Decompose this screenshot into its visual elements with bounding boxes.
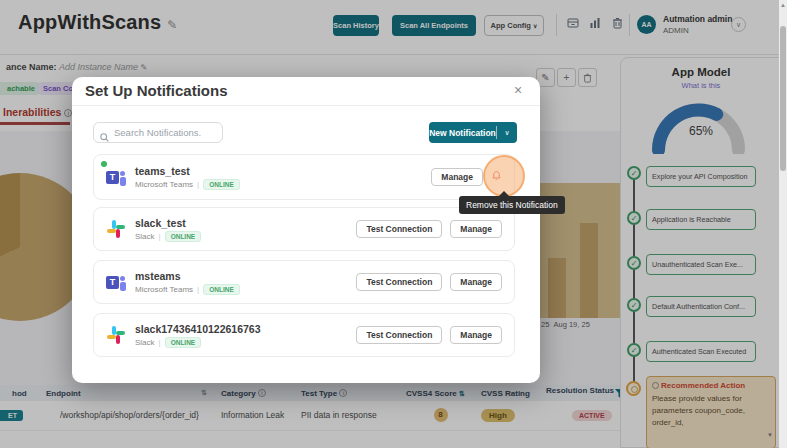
notification-card: slack_test Slack|ONLINE Test Connection …: [93, 207, 515, 251]
manage-button[interactable]: Manage: [431, 168, 483, 186]
chevron-down-icon[interactable]: ∨: [497, 129, 517, 137]
microsoft-teams-icon: [106, 272, 126, 292]
app-window: AppWithScans✎ Scan History Scan All Endp…: [0, 0, 787, 448]
remove-notification-tooltip: Remove this Notification: [459, 196, 565, 214]
manage-button[interactable]: Manage: [450, 220, 502, 238]
notification-card: teams_test Microsoft Teams|ONLINE Manage: [93, 154, 515, 200]
divider: [72, 105, 540, 106]
notification-name: msteams: [135, 270, 240, 282]
notification-card: slack17436410122616763 Slack|ONLINE Test…: [93, 313, 515, 357]
microsoft-teams-icon: [106, 167, 126, 187]
notification-name: teams_test: [135, 165, 240, 177]
status-badge: ONLINE: [165, 337, 202, 348]
test-connection-button[interactable]: Test Connection: [356, 220, 442, 238]
scroll-up-icon[interactable]: ▲: [780, 2, 786, 8]
notification-name: slack_test: [135, 217, 201, 229]
manage-button[interactable]: Manage: [450, 326, 502, 344]
status-badge: ONLINE: [203, 284, 240, 295]
notification-name: slack17436410122616763: [135, 323, 261, 335]
search-notifications-box: [93, 122, 223, 143]
platform-label: Microsoft Teams: [135, 285, 193, 294]
modal-title: Set Up Notifications: [85, 82, 228, 99]
manage-button[interactable]: Manage: [450, 273, 502, 291]
test-connection-button[interactable]: Test Connection: [356, 273, 442, 291]
setup-notifications-modal: Set Up Notifications × New Notification …: [72, 77, 540, 383]
new-notification-button[interactable]: New Notification ∨: [429, 122, 517, 143]
page-scrollbar[interactable]: ▲: [779, 0, 787, 448]
platform-label: Slack: [135, 232, 155, 241]
notification-card: msteams Microsoft Teams|ONLINE Test Conn…: [93, 260, 515, 304]
status-badge: ONLINE: [165, 231, 202, 242]
new-notification-label: New Notification: [429, 128, 496, 138]
scrollbar-thumb[interactable]: [780, 26, 786, 171]
close-icon[interactable]: ×: [508, 80, 528, 100]
test-connection-button[interactable]: Test Connection: [356, 326, 442, 344]
slack-icon: [106, 325, 126, 345]
platform-label: Microsoft Teams: [135, 180, 193, 189]
platform-label: Slack: [135, 338, 155, 347]
slack-icon: [106, 219, 126, 239]
status-badge: ONLINE: [203, 179, 240, 190]
search-input[interactable]: [114, 124, 219, 141]
search-icon: [100, 128, 109, 146]
